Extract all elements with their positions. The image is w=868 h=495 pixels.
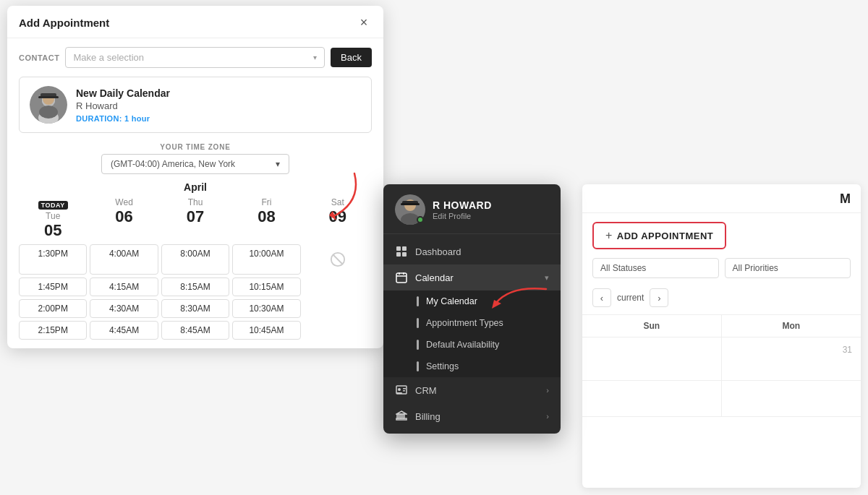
submenu-item-settings[interactable]: Settings (383, 356, 561, 377)
day-name-fri: Fri (232, 197, 300, 207)
chevron-down-icon: ▾ (545, 273, 549, 283)
avatar-wrap (395, 194, 425, 225)
sidebar-item-billing[interactable]: Billing › (383, 403, 561, 429)
timezone-label: YOUR TIME ZONE (19, 143, 372, 151)
chevron-right-icon: › (546, 386, 549, 395)
grid-icon (395, 245, 408, 258)
svg-line-9 (333, 255, 342, 264)
day-num-tue: 05 (19, 221, 87, 240)
all-statuses-label: All Statuses (600, 263, 646, 273)
nav-row: ‹ current › (582, 285, 861, 314)
day-num-wed: 06 (90, 207, 158, 226)
back-button[interactable]: Back (331, 48, 372, 67)
close-icon[interactable]: × (356, 14, 372, 30)
time-slot[interactable]: 4:00AM (90, 244, 158, 275)
svg-rect-19 (396, 273, 407, 283)
prev-button[interactable]: ‹ (592, 288, 611, 307)
day-column-wed: Wed 06 (90, 197, 158, 240)
calendar-cell[interactable] (722, 381, 861, 417)
chevron-down-icon: ▾ (276, 159, 280, 169)
time-slot[interactable]: 1:30PM (19, 244, 87, 275)
add-appointment-modal: Add Appointment × CONTACT Make a selecti… (7, 6, 383, 348)
svg-rect-27 (403, 390, 405, 392)
svg-rect-13 (401, 203, 420, 205)
month-label: April (19, 181, 372, 193)
time-slot[interactable]: 10:30AM (232, 299, 300, 318)
modal-title: Add Appointment (19, 17, 109, 29)
priority-filter[interactable]: All Priorities (725, 258, 851, 278)
status-filter[interactable]: All Statuses (592, 258, 719, 278)
time-slot[interactable]: 2:15PM (19, 321, 87, 340)
sub-bar (417, 361, 419, 371)
svg-rect-15 (396, 246, 401, 251)
filter-row: All Statuses All Priorities (582, 258, 861, 285)
next-button[interactable]: › (650, 288, 668, 307)
sidebar-menu: Dashboard Calendar ▾ My Calendar (383, 234, 561, 434)
default-availability-label: Default Availability (426, 340, 499, 350)
right-panel-top: M (582, 184, 861, 213)
time-slot[interactable]: 10:45AM (232, 321, 300, 340)
calendar-icon (395, 271, 408, 284)
contact-select[interactable]: Make a selection ▾ (65, 47, 325, 68)
plus-icon: + (605, 229, 613, 242)
chevron-down-icon: ▾ (313, 53, 317, 61)
submenu-item-my-calendar[interactable]: My Calendar (383, 290, 561, 312)
sidebar-dropdown: R HOWARD Edit Profile Dashboard (383, 184, 561, 434)
billing-label: Billing (415, 411, 539, 422)
sidebar-item-crm[interactable]: CRM › (383, 377, 561, 403)
timezone-section: YOUR TIME ZONE (GMT-04:00) America, New … (19, 143, 372, 174)
chevron-right-icon: › (546, 412, 549, 421)
bank-icon (395, 410, 408, 423)
day-headers: TODAY Tue 05 Wed 06 Thu 07 Fri 08 Sat (19, 197, 372, 240)
month-initial: M (840, 191, 851, 207)
add-appointment-button[interactable]: + ADD APPOINTMENT (592, 222, 726, 249)
empty-cell (304, 299, 372, 318)
time-slot[interactable]: 10:15AM (232, 277, 300, 296)
day-num-thu: 07 (161, 207, 229, 226)
time-slot[interactable]: 4:30AM (90, 299, 158, 318)
time-slot[interactable]: 4:45AM (90, 321, 158, 340)
avatar (30, 86, 67, 124)
settings-label: Settings (426, 361, 459, 371)
sub-bar (417, 318, 419, 328)
submenu-item-appointment-types[interactable]: Appointment Types (383, 312, 561, 334)
time-slot[interactable]: 1:45PM (19, 277, 87, 296)
svg-rect-17 (396, 252, 401, 257)
modal-body: CONTACT Make a selection ▾ Back (7, 38, 383, 348)
calendar-cell[interactable] (582, 337, 722, 381)
sub-bar (417, 296, 419, 306)
add-appointment-label: ADD APPOINTMENT (617, 231, 713, 241)
svg-rect-26 (403, 388, 406, 389)
calendar-submenu: My Calendar Appointment Types Default Av… (383, 290, 561, 377)
time-slot[interactable]: 8:15AM (161, 277, 229, 296)
calendar-cell[interactable]: 31 (722, 337, 861, 381)
right-panel: M + ADD APPOINTMENT All Statuses All Pri… (582, 184, 861, 488)
svg-rect-18 (402, 252, 407, 257)
submenu-item-default-availability[interactable]: Default Availability (383, 334, 561, 356)
day-column-thu: Thu 07 (161, 197, 229, 240)
day-num-sat: 09 (304, 207, 372, 226)
svg-point-24 (398, 388, 401, 391)
online-status-dot (417, 216, 424, 223)
contact-row: CONTACT Make a selection ▾ Back (19, 47, 372, 68)
calendar-cell[interactable] (582, 381, 722, 417)
time-slot[interactable]: 8:30AM (161, 299, 229, 318)
sidebar-item-calendar[interactable]: Calendar ▾ (383, 264, 561, 290)
time-slot[interactable]: 8:00AM (161, 244, 229, 275)
time-slot[interactable]: 8:45AM (161, 321, 229, 340)
calendar-grid-row: 31 (582, 337, 861, 381)
svg-rect-29 (397, 414, 399, 418)
time-slot[interactable]: 4:15AM (90, 277, 158, 296)
time-slot[interactable]: 2:00PM (19, 299, 87, 318)
calendar-info-text: New Daily Calendar R Howard DURATION: 1 … (76, 87, 170, 123)
day-column-fri: Fri 08 (232, 197, 300, 240)
time-slot[interactable]: 10:00AM (232, 244, 300, 275)
timezone-select[interactable]: (GMT-04:00) America, New York ▾ (101, 154, 289, 174)
contact-label: CONTACT (19, 53, 59, 62)
time-slots-grid: 1:30PM 4:00AM 8:00AM 10:00AM 1:45PM 4:15… (19, 244, 372, 340)
my-calendar-label: My Calendar (426, 296, 477, 306)
edit-profile-link[interactable]: Edit Profile (433, 212, 492, 220)
appointment-types-label: Appointment Types (426, 318, 503, 328)
sidebar-item-dashboard[interactable]: Dashboard (383, 238, 561, 264)
calendar-label: Calendar (415, 272, 537, 283)
